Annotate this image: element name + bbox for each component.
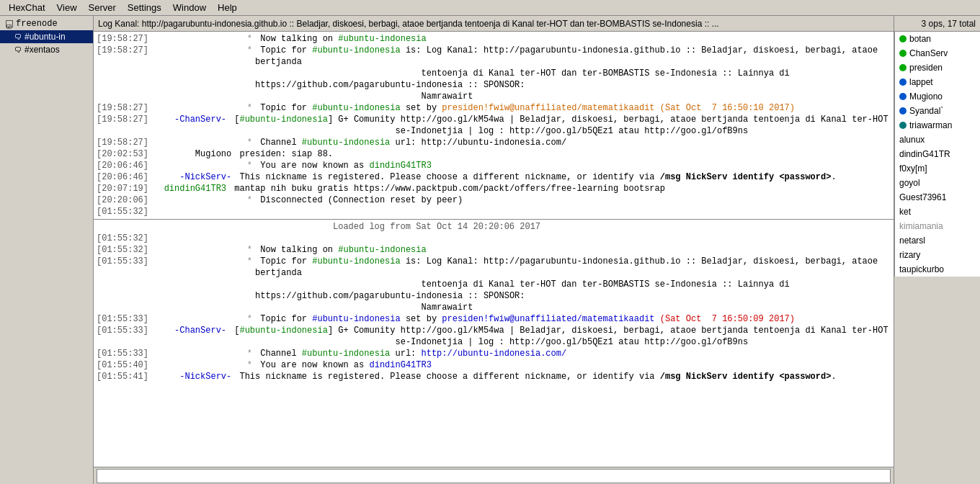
menu-view[interactable]: View	[51, 1, 83, 14]
user-item-guest[interactable]: Guest73961	[895, 190, 980, 205]
username: botan	[909, 33, 931, 45]
channel-name: #ubuntu-in	[24, 32, 66, 42]
chat-line: [01:55:32]	[94, 206, 894, 218]
nick	[148, 206, 213, 218]
chat-line: [20:06:46] -NickServ- This nickname is r…	[94, 171, 894, 183]
chat-line: [01:55:32]	[94, 233, 894, 244]
username: lappet	[909, 76, 933, 88]
channel-xentaos[interactable]: 🗨 #xentaos	[0, 43, 93, 56]
message: Channel #ubuntu-indonesia url: http://ub…	[255, 137, 891, 148]
timestamp: [19:58:27]	[97, 102, 148, 114]
menubar: HexChat View Server Settings Window Help	[0, 0, 980, 16]
menu-server[interactable]: Server	[83, 1, 122, 14]
user-item-chanserv[interactable]: ChanServ	[895, 46, 980, 60]
chat-line: [01:55:32] * Now talking on #ubuntu-indo…	[94, 244, 894, 256]
chat-line: [20:06:46] * You are now known as dindin…	[94, 160, 894, 171]
message: Topic for #ubuntu-indonesia is: Log Kana…	[255, 45, 891, 102]
chat-line: [01:55:33] * Channel #ubuntu-indonesia u…	[94, 348, 894, 359]
user-list[interactable]: botan ChanServ presiden lappet Mugiono	[894, 32, 980, 277]
username: triawarman	[909, 120, 952, 131]
chat-line: [01:55:33] -ChanServ- [#ubuntu-indonesia…	[94, 325, 894, 348]
timestamp: [20:02:53]	[97, 148, 148, 160]
nick: *	[148, 359, 255, 371]
channel-ubuntu-in[interactable]: 🗨 #ubuntu-in	[0, 30, 93, 43]
timestamp: [20:06:46]	[97, 160, 148, 171]
message: You are now known as dindinG41TR3	[255, 160, 891, 171]
status-dot	[899, 122, 906, 129]
user-item-lappet[interactable]: lappet	[895, 75, 980, 89]
menu-help[interactable]: Help	[212, 1, 243, 14]
username: ket	[899, 206, 911, 218]
timestamp: [20:06:46]	[97, 171, 148, 183]
username: rizary	[899, 249, 920, 261]
username: Mugiono	[909, 91, 943, 102]
nick: *	[148, 160, 255, 171]
nick: *	[148, 45, 255, 102]
server-freenode[interactable]: ☑ freenode	[0, 17, 93, 30]
username: netarsl	[899, 235, 925, 246]
timestamp: [19:58:27]	[97, 45, 148, 102]
chat-line: [20:07:19] dindinG41TR3 mantap nih buku …	[94, 183, 894, 194]
message: [#ubuntu-indonesia] G+ Comunity http://g…	[229, 325, 891, 348]
message: Loaded log from Sat Oct 14 20:20:06 2017	[213, 221, 891, 233]
username: Guest73961	[899, 192, 946, 203]
ops-total-label: 3 ops, 17 total	[922, 19, 976, 29]
timestamp: [01:55:32]	[97, 233, 148, 244]
message: This nickname is registered. Please choo…	[234, 171, 891, 183]
main-layout: ☑ freenode 🗨 #ubuntu-in 🗨 #xentaos Log K…	[0, 16, 980, 484]
message: [#ubuntu-indonesia] G+ Comunity http://g…	[229, 114, 891, 137]
channel-name: #xentaos	[24, 45, 60, 55]
user-item-presiden[interactable]: presiden	[895, 60, 980, 75]
user-item-alunux[interactable]: alunux	[895, 133, 980, 147]
input-bar	[94, 467, 894, 484]
separator	[94, 219, 894, 220]
user-item-dindin[interactable]: dindinG41TR	[895, 147, 980, 161]
user-item-kimiamania[interactable]: kimiamania	[895, 219, 980, 233]
sidebar: ☑ freenode 🗨 #ubuntu-in 🗨 #xentaos	[0, 16, 94, 484]
timestamp: [20:07:19]	[97, 183, 148, 194]
nick: Mugiono	[148, 148, 234, 160]
chat-line: [19:58:27] -ChanServ- [#ubuntu-indonesia…	[94, 114, 894, 137]
message: Now talking on #ubuntu-indonesia	[255, 244, 891, 256]
user-item-f0xy[interactable]: f0xy[m]	[895, 161, 980, 176]
user-item-rizary[interactable]: rizary	[895, 248, 980, 262]
timestamp	[97, 221, 148, 233]
user-item-triawarman[interactable]: triawarman	[895, 118, 980, 133]
user-item-ket[interactable]: ket	[895, 205, 980, 219]
nick: -NickServ-	[148, 371, 234, 382]
user-item-netarsl[interactable]: netarsl	[895, 233, 980, 248]
chat-line: [20:02:53] Mugiono presiden: siap 88.	[94, 148, 894, 160]
username: presiden	[909, 62, 943, 73]
nick: *	[148, 137, 255, 148]
username: kimiamania	[899, 220, 943, 232]
username: taupickurbo	[899, 264, 944, 275]
user-item-botan[interactable]: botan	[895, 32, 980, 46]
menu-hexchat[interactable]: HexChat	[3, 1, 51, 14]
chat-line: [01:55:33] * Topic for #ubuntu-indonesia…	[94, 313, 894, 325]
center-panel: Log Kanal: http://pagarubuntu-indonesia.…	[94, 16, 894, 484]
timestamp: [01:55:33]	[97, 325, 148, 348]
timestamp: [01:55:32]	[97, 244, 148, 256]
chat-area[interactable]: [19:58:27] * Now talking on #ubuntu-indo…	[94, 32, 894, 467]
message: Topic for #ubuntu-indonesia set by presi…	[255, 313, 891, 325]
status-dot	[899, 50, 906, 57]
timestamp: [01:55:41]	[97, 371, 148, 382]
chat-line: [01:55:41] -NickServ- This nickname is r…	[94, 371, 894, 382]
timestamp: [01:55:32]	[97, 206, 148, 218]
user-item-taupick[interactable]: taupickurbo	[895, 262, 980, 277]
chat-line: [19:58:27] * Now talking on #ubuntu-indo…	[94, 33, 894, 45]
menu-window[interactable]: Window	[167, 1, 212, 14]
message	[213, 233, 891, 244]
timestamp: [01:55:40]	[97, 359, 148, 371]
chat-input[interactable]	[97, 469, 891, 483]
nick: *	[148, 256, 255, 313]
server-name: freenode	[16, 19, 58, 29]
chat-line: [19:58:27] * Topic for #ubuntu-indonesia…	[94, 102, 894, 114]
user-item-syandal[interactable]: Syandal`	[895, 104, 980, 118]
message: mantap nih buku gratis https://www.packt…	[229, 183, 891, 194]
user-item-goyol[interactable]: goyol	[895, 176, 980, 190]
menu-settings[interactable]: Settings	[122, 1, 167, 14]
user-item-mugiono[interactable]: Mugiono	[895, 89, 980, 104]
message: Now talking on #ubuntu-indonesia	[255, 33, 891, 45]
server-checkbox: ☑	[6, 20, 13, 27]
